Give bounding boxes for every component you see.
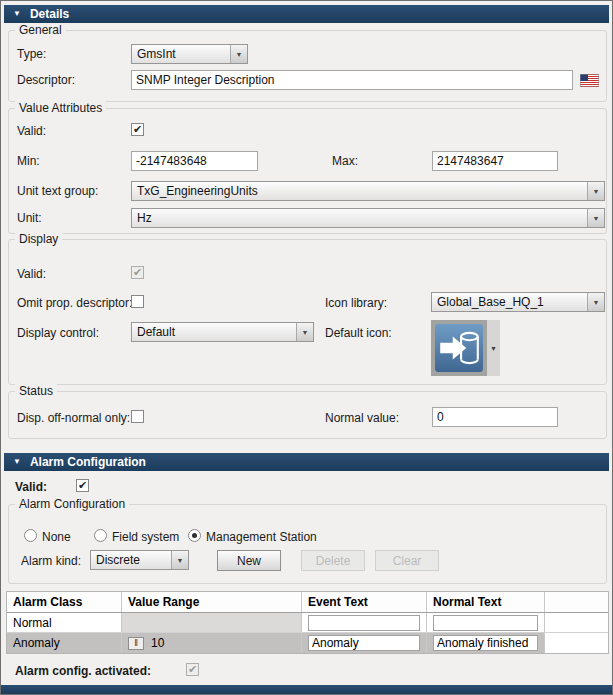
type-label: Type: — [17, 47, 46, 61]
alarm-activated-label: Alarm config. activated: — [15, 664, 151, 678]
cell-event-text — [302, 633, 427, 653]
radio-field-system[interactable] — [94, 529, 107, 542]
max-input[interactable] — [432, 151, 558, 171]
chevron-down-icon[interactable]: ▼ — [296, 323, 313, 341]
chevron-down-icon[interactable]: ▼ — [587, 293, 604, 311]
display-control-combobox[interactable]: Default ▼ — [131, 322, 314, 342]
collapse-icon: ▼ — [13, 458, 21, 466]
normal-text-input[interactable] — [433, 635, 538, 651]
display-valid-checkbox: ✔ — [131, 266, 144, 279]
us-flag-icon[interactable] — [580, 73, 599, 86]
radio-management-station[interactable] — [188, 529, 201, 542]
bottom-section-bar — [1, 685, 612, 694]
radio-none-label: None — [42, 530, 71, 544]
value-attributes-groupbox: Value Attributes Valid: ✔ Min: Max: Unit… — [8, 108, 607, 234]
display-groupbox-title: Display — [15, 232, 62, 246]
display-control-label: Display control: — [17, 326, 99, 340]
cell-empty — [545, 613, 608, 632]
cell-normal-text — [427, 613, 545, 632]
disp-off-normal-label: Disp. off-normal only: — [17, 411, 130, 425]
alarm-activated-checkbox: ✔ — [186, 663, 199, 676]
omit-prop-descriptor-label: Omit prop. descriptor: — [17, 296, 132, 310]
cell-alarm-class: Anomaly — [7, 633, 122, 653]
alarm-kind-combobox-value: Discrete — [91, 551, 171, 569]
cell-value-range: ‖ 10 — [122, 633, 302, 653]
min-label: Min: — [17, 154, 40, 168]
check-icon: ✔ — [78, 480, 87, 491]
cell-normal-text — [427, 633, 545, 653]
chevron-down-icon[interactable]: ▼ — [487, 320, 500, 376]
radio-management-station-label: Management Station — [206, 530, 317, 544]
chevron-down-icon[interactable]: ▼ — [171, 551, 188, 569]
chevron-down-icon[interactable]: ▼ — [587, 182, 604, 200]
alarm-config-groupbox-title: Alarm Configuration — [15, 497, 129, 511]
chevron-down-icon[interactable]: ▼ — [587, 209, 604, 227]
unit-text-group-combobox-value: TxG_EngineeringUnits — [132, 182, 587, 200]
normal-value-label: Normal value: — [325, 411, 399, 425]
col-header-empty — [545, 592, 608, 612]
alarm-config-groupbox: Alarm Configuration None Field system Ma… — [8, 504, 607, 584]
col-header-value-range: Value Range — [122, 592, 302, 612]
display-groupbox: Display Valid: ✔ Omit prop. descriptor: … — [8, 239, 607, 385]
delete-button: Delete — [301, 550, 365, 571]
unit-combobox[interactable]: Hz ▼ — [131, 208, 605, 228]
valid-label: Valid: — [17, 124, 46, 138]
default-icon-label: Default icon: — [325, 326, 392, 340]
normal-text-input[interactable] — [433, 615, 538, 631]
alarm-kind-combobox[interactable]: Discrete ▼ — [90, 550, 189, 570]
general-groupbox: General Type: GmsInt ▼ Descriptor: — [8, 30, 607, 102]
descriptor-label: Descriptor: — [17, 73, 75, 87]
value-range-text: 10 — [151, 636, 164, 650]
disp-off-normal-checkbox[interactable] — [131, 410, 144, 423]
cell-empty — [545, 633, 608, 653]
descriptor-input[interactable] — [131, 70, 573, 90]
event-text-input[interactable] — [308, 635, 420, 651]
alarm-valid-checkbox[interactable]: ✔ — [76, 479, 89, 492]
default-icon-button[interactable]: ▼ — [431, 320, 500, 376]
table-header-row: Alarm Class Value Range Event Text Norma… — [7, 592, 608, 613]
alarm-kind-label: Alarm kind: — [21, 554, 81, 568]
icon-library-combobox[interactable]: Global_Base_HQ_1 ▼ — [431, 292, 605, 312]
col-header-alarm-class: Alarm Class — [7, 592, 122, 612]
display-valid-label: Valid: — [17, 267, 46, 281]
table-row[interactable]: Normal — [7, 613, 608, 633]
event-text-input[interactable] — [308, 615, 420, 631]
property-details-panel: ▼ Details General Type: GmsInt ▼ Descrip… — [0, 0, 613, 695]
general-groupbox-title: General — [15, 23, 66, 37]
normal-value-input[interactable] — [432, 407, 558, 427]
details-section-header[interactable]: ▼ Details — [4, 5, 609, 23]
check-icon: ✔ — [133, 124, 142, 135]
default-icon-image — [431, 320, 487, 376]
status-groupbox-title: Status — [15, 384, 57, 398]
alarm-valid-label: Valid: — [15, 480, 47, 494]
chevron-down-icon[interactable]: ▼ — [230, 45, 247, 63]
unit-label: Unit: — [17, 211, 42, 225]
radio-none[interactable] — [24, 529, 37, 542]
cell-alarm-class: Normal — [7, 613, 122, 632]
clear-button: Clear — [375, 550, 439, 571]
cell-event-text — [302, 613, 427, 632]
max-label: Max: — [332, 154, 358, 168]
col-header-event-text: Event Text — [302, 592, 427, 612]
alarm-class-table: Alarm Class Value Range Event Text Norma… — [6, 591, 609, 654]
cell-value-range — [122, 613, 302, 632]
table-row[interactable]: Anomaly ‖ 10 — [7, 633, 608, 653]
status-groupbox: Status Disp. off-normal only: Normal val… — [8, 391, 607, 439]
details-header-label: Details — [30, 7, 69, 21]
unit-combobox-value: Hz — [132, 209, 587, 227]
type-combobox[interactable]: GmsInt ▼ — [131, 44, 248, 64]
new-button[interactable]: New — [217, 550, 281, 571]
col-header-normal-text: Normal Text — [427, 592, 545, 612]
collapse-icon: ▼ — [13, 10, 21, 18]
alarm-config-section-header[interactable]: ▼ Alarm Configuration — [4, 453, 609, 471]
unit-text-group-label: Unit text group: — [17, 184, 98, 198]
alarm-config-header-label: Alarm Configuration — [30, 455, 146, 469]
omit-prop-descriptor-checkbox[interactable] — [131, 295, 144, 308]
radio-field-system-label: Field system — [112, 530, 179, 544]
icon-library-label: Icon library: — [325, 296, 387, 310]
range-operator-icon[interactable]: ‖ — [128, 637, 144, 650]
value-attributes-groupbox-title: Value Attributes — [15, 101, 106, 115]
min-input[interactable] — [131, 151, 258, 171]
unit-text-group-combobox[interactable]: TxG_EngineeringUnits ▼ — [131, 181, 605, 201]
valid-checkbox[interactable]: ✔ — [131, 123, 144, 136]
